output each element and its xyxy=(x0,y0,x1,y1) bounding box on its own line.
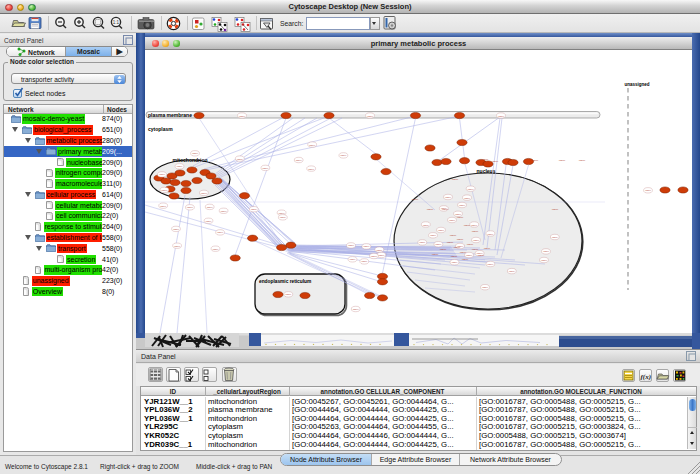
svg-text:(label): (label) xyxy=(457,216,464,219)
svg-text:(label): (label) xyxy=(447,241,454,244)
svg-text:(label): (label) xyxy=(543,250,549,252)
svg-text:(label): (label) xyxy=(363,245,369,247)
svg-text:(label): (label) xyxy=(462,258,469,261)
svg-text:(label): (label) xyxy=(262,167,268,169)
svg-text:(label): (label) xyxy=(432,253,439,256)
svg-text:(label): (label) xyxy=(353,308,359,310)
svg-text:(label): (label) xyxy=(367,115,373,117)
svg-text:(label): (label) xyxy=(445,196,451,198)
svg-text:(label): (label) xyxy=(361,260,367,262)
svg-text:(label): (label) xyxy=(579,159,586,162)
svg-text:(label): (label) xyxy=(217,231,223,233)
svg-text:(label): (label) xyxy=(459,204,465,206)
svg-text:(label): (label) xyxy=(450,234,457,237)
svg-text:(label): (label) xyxy=(212,248,218,250)
svg-text:(label): (label) xyxy=(482,286,488,288)
svg-text:(label): (label) xyxy=(484,247,491,250)
svg-text:(label): (label) xyxy=(280,216,286,218)
svg-text:(label): (label) xyxy=(205,220,211,222)
svg-text:(label): (label) xyxy=(559,159,566,162)
svg-text:(label): (label) xyxy=(464,224,471,227)
svg-text:unassigned: unassigned xyxy=(624,82,649,87)
svg-text:cytoplasm: cytoplasm xyxy=(148,126,173,132)
svg-text:(label): (label) xyxy=(430,234,436,236)
svg-text:(label): (label) xyxy=(239,115,245,117)
svg-text:plasma membrane: plasma membrane xyxy=(148,112,192,118)
svg-text:(label): (label) xyxy=(472,248,479,251)
svg-text:(label): (label) xyxy=(340,154,346,156)
svg-text:(label): (label) xyxy=(440,248,447,251)
svg-text:(label): (label) xyxy=(472,230,479,233)
svg-text:(label): (label) xyxy=(471,224,477,226)
svg-text:(label): (label) xyxy=(460,251,467,254)
svg-text:(label): (label) xyxy=(466,254,472,256)
svg-text:(label): (label) xyxy=(478,254,485,257)
svg-text:(label): (label) xyxy=(464,197,470,199)
svg-text:endoplasmic reticulum: endoplasmic reticulum xyxy=(259,279,311,284)
svg-text:mitochondrion: mitochondrion xyxy=(173,157,208,163)
svg-text:(label): (label) xyxy=(645,189,651,191)
svg-text:(label): (label) xyxy=(309,144,315,146)
svg-text:(label): (label) xyxy=(532,159,539,162)
svg-text:(label): (label) xyxy=(174,245,180,247)
svg-text:(label): (label) xyxy=(438,229,444,231)
svg-text:(label): (label) xyxy=(487,263,493,265)
svg-text:(label): (label) xyxy=(468,188,474,190)
svg-text:(label): (label) xyxy=(187,206,193,208)
svg-text:(label): (label) xyxy=(435,243,441,245)
svg-text:(label): (label) xyxy=(349,258,355,260)
svg-text:(label): (label) xyxy=(492,160,499,163)
svg-text:(label): (label) xyxy=(160,205,166,207)
svg-text:(label): (label) xyxy=(176,165,182,167)
svg-text:(label): (label) xyxy=(285,293,291,295)
svg-text:(label): (label) xyxy=(454,246,461,249)
svg-text:1:1: 1:1 xyxy=(113,20,120,25)
svg-text:(label): (label) xyxy=(442,208,449,211)
svg-text:(label): (label) xyxy=(473,239,479,241)
svg-text:(label): (label) xyxy=(173,228,179,230)
svg-text:(label): (label) xyxy=(509,270,515,272)
svg-text:(label): (label) xyxy=(159,173,165,175)
svg-text:(label): (label) xyxy=(451,255,458,258)
svg-text:(label): (label) xyxy=(251,208,257,210)
svg-text:(label): (label) xyxy=(161,189,167,191)
svg-text:(label): (label) xyxy=(449,219,455,221)
svg-text:(label): (label) xyxy=(376,249,382,251)
svg-text:f(x): f(x) xyxy=(641,373,652,381)
svg-text:(label): (label) xyxy=(296,159,302,161)
svg-text:(label): (label) xyxy=(457,238,464,241)
svg-text:(label): (label) xyxy=(552,236,558,238)
svg-text:(label): (label) xyxy=(237,158,243,160)
svg-text:(label): (label) xyxy=(419,241,425,243)
svg-text:(label): (label) xyxy=(348,244,354,246)
svg-text:(label): (label) xyxy=(192,152,198,154)
svg-text:(label): (label) xyxy=(467,243,474,246)
svg-text:(label): (label) xyxy=(378,254,384,256)
svg-text:(label): (label) xyxy=(371,255,377,257)
svg-text:(label): (label) xyxy=(412,198,419,201)
svg-text:(label): (label) xyxy=(221,210,227,212)
svg-text:(label): (label) xyxy=(455,213,461,215)
svg-text:(label): (label) xyxy=(498,115,504,117)
svg-text:(label): (label) xyxy=(482,158,489,161)
svg-text:(label): (label) xyxy=(487,233,493,235)
svg-text:(label): (label) xyxy=(201,192,207,194)
svg-text:(label): (label) xyxy=(207,206,213,208)
svg-text:(label): (label) xyxy=(552,208,559,211)
svg-text:(label): (label) xyxy=(427,208,434,211)
svg-text:(label): (label) xyxy=(308,168,314,170)
svg-text:(label): (label) xyxy=(541,259,547,261)
svg-text:(label): (label) xyxy=(451,261,457,263)
svg-text:(label): (label) xyxy=(452,178,459,181)
svg-text:(label): (label) xyxy=(423,224,429,226)
svg-text:(label): (label) xyxy=(279,212,285,214)
